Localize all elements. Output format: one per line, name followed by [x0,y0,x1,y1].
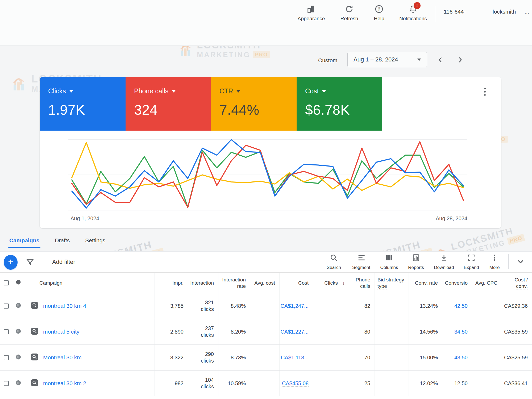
conversions-link[interactable]: 42.50 [454,303,468,309]
cell-impr: 982 [154,371,188,396]
add-campaign-button[interactable] [4,255,18,270]
cost-link[interactable]: CA$1,247... [280,303,309,309]
axis-end-date: Aug 28, 2024 [436,215,467,222]
col-phone-calls[interactable]: Phone calls [347,277,371,289]
metric-selector-cost[interactable]: Cost [305,87,382,95]
cell-avg-cpc [472,371,502,396]
row-checkbox[interactable] [4,355,9,360]
col-conversions[interactable]: Conversio [445,280,468,286]
col-interactions[interactable]: Interaction [190,280,214,286]
cell-phone-calls: 82 [342,293,375,319]
appearance-icon [307,5,315,13]
conversions-link[interactable]: 34.50 [454,329,468,335]
search-button[interactable]: Search [320,254,348,270]
refresh-button[interactable]: Refresh [332,5,367,22]
row-checkbox[interactable] [4,329,9,334]
cell-bid-strategy [375,319,409,344]
cell-interactions: 104clicks [188,371,218,396]
tab-campaigns[interactable]: Campaigns [8,235,40,248]
filter-button[interactable] [26,257,35,268]
cost-link[interactable]: CA$455.08 [282,380,309,386]
notifications-button[interactable]: ! Notifications [396,5,430,22]
status-filter-icon[interactable] [16,280,21,286]
date-range-value: Aug 1 – 28, 2024 [354,56,398,63]
cell-cost: CA$1,113... [279,345,313,370]
col-interaction-rate[interactable]: Interaction rate [218,277,246,289]
cell-clicks [313,319,342,344]
row-checkbox[interactable] [4,304,9,309]
help-button[interactable]: ? Help [362,5,396,22]
columns-icon [385,254,393,263]
cell-cost: CA$1,247... [279,293,313,319]
previous-period-button[interactable] [435,54,446,66]
campaigns-table: Campaign Impr. Interaction Interaction r… [0,273,532,399]
tab-drafts[interactable]: Drafts [54,235,71,248]
campaign-link[interactable]: montreal 30 km 4 [43,303,86,309]
cell-phone-calls: 25 [342,371,375,396]
col-cost-conv[interactable]: Cost / conv. [502,277,528,289]
dropdown-caret-icon [172,90,176,93]
toolbar-divider [508,254,509,269]
select-all-checkbox[interactable] [4,280,9,285]
metric-selector-ctr[interactable]: CTR [219,87,297,95]
col-bid-strategy-type[interactable]: Bid strategy type [377,277,404,289]
card-more-options-button[interactable] [481,87,489,96]
more-button[interactable]: More [481,254,508,270]
col-conv-rate[interactable]: Conv. rate [415,280,438,286]
cell-interactions: 290clicks [188,345,218,370]
dropdown-caret-icon [322,90,326,93]
metric-selector-phone-calls[interactable]: Phone calls [134,87,211,95]
conversions-link[interactable]: 43.50 [454,355,468,361]
reports-button[interactable]: Reports [402,254,430,270]
cell-cost: CA$455.08 [279,371,313,396]
cost-link[interactable]: CA$1,227... [280,329,309,335]
paused-status-icon[interactable] [15,328,21,335]
account-name: locksmith [493,9,516,15]
segment-icon [357,254,365,263]
segment-button[interactable]: Segment [347,254,375,270]
col-campaign[interactable]: Campaign [39,280,63,286]
metric-value-clicks: 1.97K [48,102,126,118]
date-range-type-label: Custom [318,57,337,64]
col-avg-cpc[interactable]: Avg. CPC [475,280,497,286]
cell-interaction-rate: 8.20% [218,319,250,344]
cell-clicks [313,293,342,319]
paused-status-icon[interactable] [15,380,21,387]
row-checkbox[interactable] [4,381,9,386]
download-button[interactable]: Download [430,254,458,270]
dropdown-caret-icon [69,90,73,93]
cell-conversions: 34.50 [442,319,472,344]
account-overflow-button[interactable]: ... [525,9,529,15]
sort-descending-icon: ↓ [342,280,345,286]
cell-bid-strategy [375,371,409,396]
paused-status-icon[interactable] [15,302,21,310]
cell-bid-strategy [375,293,409,319]
collapse-table-button[interactable] [517,257,525,267]
campaign-link[interactable]: montreal 5 city [43,329,80,335]
tab-settings[interactable]: Settings [84,235,106,248]
col-clicks[interactable]: Clicks [324,280,338,286]
next-period-button[interactable] [454,54,466,66]
cost-link[interactable]: CA$1,113... [281,355,309,361]
table-row: Montreal 30 km 3,322 290clicks 8.73% CA$… [0,345,532,371]
series-ctr [72,143,463,190]
campaign-link[interactable]: montreal 30 km 2 [43,380,86,386]
col-impr[interactable]: Impr. [172,280,184,286]
cell-conversions: 42.50 [442,293,472,319]
more-vertical-icon [491,254,498,263]
paused-status-icon[interactable] [15,354,21,361]
cell-impr: 3,785 [154,293,188,319]
columns-button[interactable]: Columns [375,254,403,270]
dropdown-caret-icon [236,90,240,93]
cell-interaction-rate: 10.59% [218,371,250,396]
metric-tile-cost: Cost $6.78K [297,77,382,131]
col-cost[interactable]: Cost [298,280,309,286]
cell-avg-cost [250,293,279,319]
campaign-link[interactable]: Montreal 30 km [43,354,82,361]
date-range-selector[interactable]: Aug 1 – 28, 2024 [347,52,427,67]
add-filter-button[interactable]: Add filter [52,259,75,265]
col-avg-cost[interactable]: Avg. cost [254,280,275,286]
metric-selector-clicks[interactable]: Clicks [48,87,126,95]
cell-interaction-rate: 8.73% [218,345,250,370]
appearance-button[interactable]: Appearance [294,5,329,22]
